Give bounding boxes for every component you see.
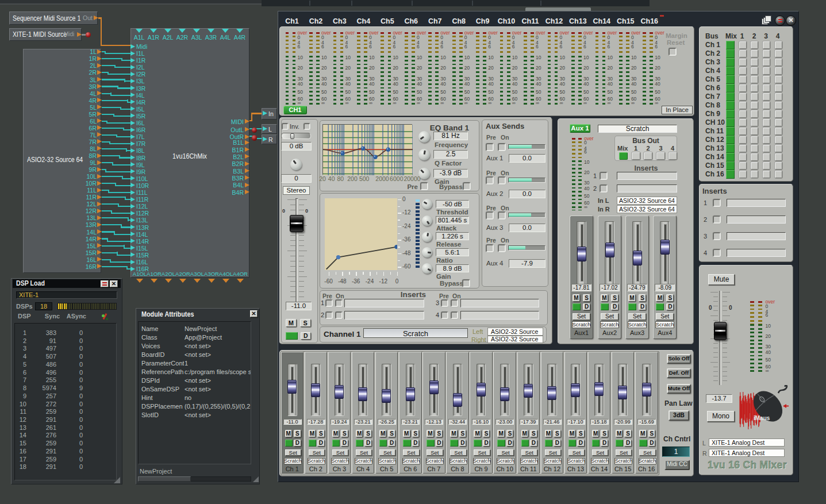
svg-text:iMaus: iMaus [754,415,770,421]
